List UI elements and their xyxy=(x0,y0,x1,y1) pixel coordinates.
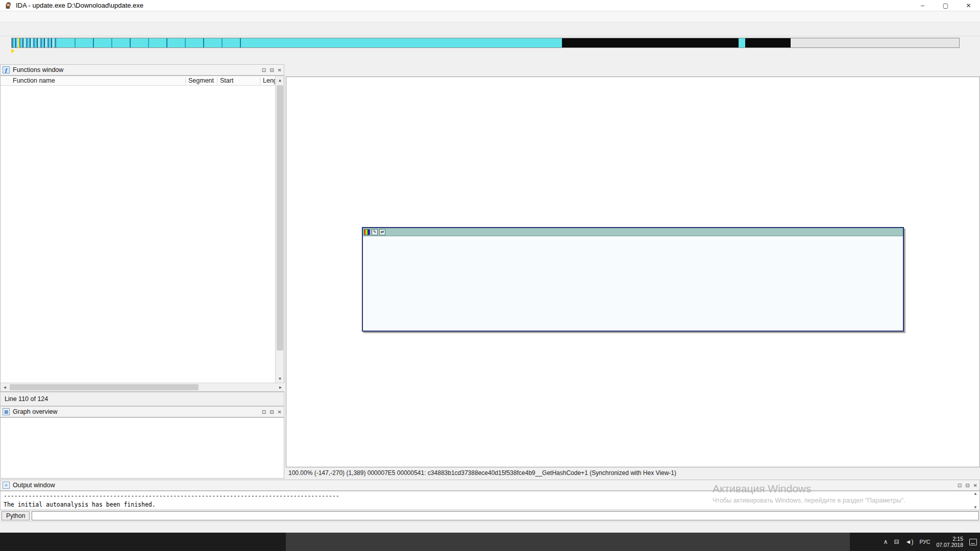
panel-float-icon[interactable]: ⊟ xyxy=(965,483,969,488)
system-tray: ∧ ⊟ ◄) РУС 2:15 07.07.2018 xyxy=(884,533,977,551)
taskbar-icons xyxy=(0,533,5,551)
il-code xyxy=(363,236,903,328)
horizontal-scroll-thumb[interactable] xyxy=(10,384,199,390)
sync-arrows-icon[interactable]: ⇄ xyxy=(379,229,385,235)
minimize-button[interactable]: – xyxy=(911,0,934,11)
output-window-titlebar: ≡ Output window ⊡ ⊟ ✕ xyxy=(0,480,980,491)
code-box-header: ✎ ⇄ xyxy=(363,228,903,236)
navband-unexplored-segment-2 xyxy=(745,38,791,47)
functions-window-titlebar: f Functions window ⊡ ⊟ ✕ xyxy=(0,64,284,76)
navband-position-marker xyxy=(18,37,19,48)
language-indicator[interactable]: РУС xyxy=(919,539,930,545)
close-button[interactable]: ✕ xyxy=(957,0,980,11)
functions-window-title: Functions window xyxy=(13,66,63,73)
edit-icon[interactable]: ✎ xyxy=(372,229,378,235)
function-icon: f xyxy=(3,66,10,73)
python-input[interactable] xyxy=(32,511,979,520)
panel-close-icon[interactable]: ✕ xyxy=(278,67,282,73)
palette-icon[interactable] xyxy=(364,229,370,235)
output-message: The initial autoanalysis has been finish… xyxy=(4,501,156,508)
desktop-labels-zone xyxy=(286,533,850,551)
output-icon: ≡ xyxy=(3,482,10,489)
navband-pointer-icon xyxy=(11,49,15,53)
vertical-scrollbar[interactable]: ▲ ▼ xyxy=(275,76,284,383)
python-prompt-row: Python xyxy=(0,510,980,521)
graph-icon: ▦ xyxy=(3,408,10,415)
network-icon[interactable]: ⊟ xyxy=(894,538,899,545)
functions-list: Function name Segment Start Length ▲ ▼ ◄… xyxy=(0,76,284,392)
notification-center-icon[interactable] xyxy=(969,539,977,545)
window-title: IDA - update.exe D:\Downoload\update.exe xyxy=(16,2,143,9)
navband-sliver-segment xyxy=(739,38,745,47)
speaker-icon[interactable]: ◄) xyxy=(905,538,914,545)
taskbar: ∧ ⊟ ◄) РУС 2:15 07.07.2018 xyxy=(0,533,980,551)
tray-date: 07.07.2018 xyxy=(936,542,963,548)
panel-close-icon[interactable]: ✕ xyxy=(278,409,282,415)
navband-mixed-segment xyxy=(57,38,256,47)
column-start[interactable]: Start xyxy=(220,77,233,84)
scroll-right-icon[interactable]: ► xyxy=(276,383,285,391)
tray-time: 2:15 xyxy=(936,536,963,542)
navigation-band[interactable] xyxy=(11,38,960,48)
ida-window: IDA - update.exe D:\Downoload\update.exe… xyxy=(0,0,980,551)
menu-bar xyxy=(0,11,980,22)
functions-line-status: Line 110 of 124 xyxy=(0,392,284,406)
panel-restore-icon[interactable]: ⊡ xyxy=(958,483,962,488)
column-function-name[interactable]: Function name xyxy=(13,77,55,84)
panel-float-icon[interactable]: ⊟ xyxy=(270,67,274,73)
scroll-down-icon[interactable]: ▼ xyxy=(276,374,284,383)
ida-view-a-canvas[interactable]: ✎ ⇄ xyxy=(286,77,980,467)
graph-overview-title: Graph overview xyxy=(13,408,58,415)
scroll-up-icon[interactable]: ▲ xyxy=(276,76,284,84)
status-bar xyxy=(0,521,980,533)
clock[interactable]: 2:15 07.07.2018 xyxy=(936,536,963,548)
maximize-button[interactable]: ▢ xyxy=(934,0,957,11)
panel-close-icon[interactable]: ✕ xyxy=(973,483,977,488)
panel-float-icon[interactable]: ⊟ xyxy=(270,409,274,415)
graph-overview-canvas[interactable] xyxy=(0,417,284,479)
column-segment[interactable]: Segment xyxy=(188,77,214,84)
output-window-title: Output window xyxy=(13,482,55,489)
output-separator-line: ----------------------------------------… xyxy=(4,492,339,499)
vertical-scroll-thumb[interactable] xyxy=(277,85,283,350)
navband-unexplored-segment xyxy=(562,38,738,47)
panel-restore-icon[interactable]: ⊡ xyxy=(262,67,266,73)
functions-rows xyxy=(1,86,275,383)
horizontal-scrollbar[interactable]: ◄ ► xyxy=(1,383,285,391)
scroll-left-icon[interactable]: ◄ xyxy=(1,383,9,391)
il-code-box[interactable]: ✎ ⇄ xyxy=(362,227,904,332)
tray-chevron-icon[interactable]: ∧ xyxy=(884,538,888,545)
tab-bar xyxy=(286,64,980,77)
title-bar: IDA - update.exe D:\Downoload\update.exe… xyxy=(0,0,980,11)
view-status-line: 100.00% (-147,-270) (1,389) 000007E5 000… xyxy=(286,467,980,479)
toolbar xyxy=(0,22,980,36)
functions-list-header[interactable]: Function name Segment Start Length xyxy=(1,76,275,86)
view-pane: ✎ ⇄ 100.00% (-147,-270) (1,389) 000007E5… xyxy=(286,64,980,479)
output-log[interactable]: ----------------------------------------… xyxy=(0,491,980,510)
navband-library-segment xyxy=(256,38,562,47)
python-button[interactable]: Python xyxy=(2,511,30,520)
navband-empty-segment xyxy=(791,38,959,47)
ida-app-icon xyxy=(4,2,12,10)
graph-overview-titlebar: ▦ Graph overview ⊡ ⊟ ✕ xyxy=(0,406,284,417)
output-scroll-up-icon[interactable]: ▲ xyxy=(973,491,977,496)
panel-restore-icon[interactable]: ⊡ xyxy=(262,409,266,415)
output-scroll-down-icon[interactable]: ▼ xyxy=(973,505,977,510)
